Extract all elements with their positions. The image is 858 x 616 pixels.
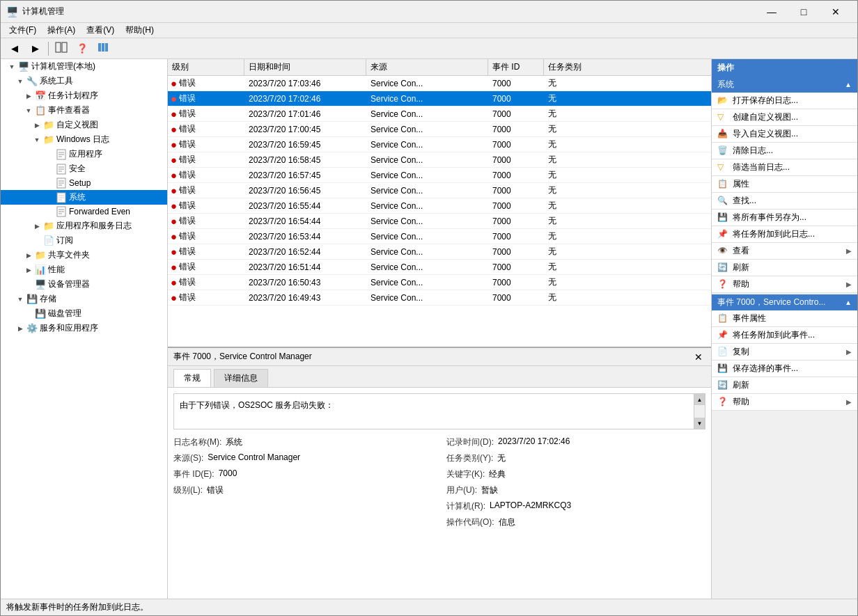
tab-general[interactable]: 常规 (173, 369, 211, 387)
col-source-header[interactable]: 来源 (366, 59, 488, 75)
msg-scroll-up[interactable]: ▲ (694, 394, 705, 405)
event-row-12[interactable]: ●错误 2023/7/20 16:51:44 Service Con... 70… (168, 260, 711, 275)
refresh-label: 刷新 (733, 262, 749, 274)
menu-file[interactable]: 文件(F) (3, 23, 42, 38)
field-eventid: 事件 ID(E): 7000 (173, 468, 432, 480)
event-row-10[interactable]: ●错误 2023/7/20 16:53:44 Service Con... 70… (168, 229, 711, 244)
tree-item-systools[interactable]: ▼ 🔧 系统工具 (1, 74, 167, 88)
expand-sharedfolder[interactable]: ▶ (24, 251, 33, 260)
event-row-1[interactable]: ● 错误 2023/7/20 17:02:46 Service Con... 7… (168, 91, 711, 106)
event-section-arrow: ▲ (845, 299, 852, 306)
show-hide-button[interactable] (52, 40, 71, 57)
action-attach-task[interactable]: 📌 将任务附加到此日志... (712, 226, 857, 243)
tree-item-appservlogs[interactable]: ▶ 📁 应用程序和服务日志 (1, 219, 167, 233)
action-import-view[interactable]: 📥 导入自定义视图... (712, 126, 857, 143)
expand-svcapp[interactable]: ▶ (16, 324, 24, 333)
menu-action[interactable]: 操作(A) (42, 23, 81, 38)
action-view[interactable]: 👁️ 查看 ▶ (712, 243, 857, 260)
svg-rect-1 (62, 42, 67, 52)
back-button[interactable]: ◀ (5, 40, 24, 57)
tab-details[interactable]: 详细信息 (214, 369, 268, 387)
expand-performance[interactable]: ▶ (24, 266, 33, 274)
detail-close-button[interactable]: ✕ (692, 352, 705, 363)
action-event-help[interactable]: ❓ 帮助 ▶ (712, 394, 857, 411)
expand-systools[interactable]: ▼ (16, 77, 24, 86)
expand-customviews[interactable]: ▶ (33, 121, 41, 129)
expand-appservlogs[interactable]: ▶ (33, 222, 41, 230)
help-toolbar-button[interactable]: ❓ (72, 40, 92, 57)
customviews-label: 自定义视图 (56, 119, 98, 131)
close-button[interactable]: ✕ (820, 1, 852, 23)
event-row-3[interactable]: ●错误 2023/7/20 17:00:45 Service Con... 70… (168, 122, 711, 137)
tree-item-storage[interactable]: ▼ 💾 存储 (1, 292, 167, 306)
tree-item-system[interactable]: 系统 (1, 190, 167, 205)
tree-item-security[interactable]: 安全 (1, 161, 167, 176)
action-find[interactable]: 🔍 查找... (712, 193, 857, 210)
event-row-5[interactable]: ●错误 2023/7/20 16:58:45 Service Con... 70… (168, 152, 711, 168)
tree-item-app[interactable]: 应用程序 (1, 147, 167, 161)
event-row-2[interactable]: ●错误 2023/7/20 17:01:46 Service Con... 70… (168, 106, 711, 122)
action-event-props[interactable]: 📋 事件属性 (712, 310, 857, 327)
expand-eventvwr[interactable]: ▼ (24, 106, 33, 115)
tree-item-performance[interactable]: ▶ 📊 性能 (1, 262, 167, 277)
tree-item-subscriptions[interactable]: 📄 订阅 (1, 233, 167, 248)
user-label: 用户(U): (446, 484, 477, 496)
view-button[interactable] (93, 40, 113, 57)
action-clear-log[interactable]: 🗑️ 清除日志... (712, 143, 857, 159)
action-open-log[interactable]: 📂 打开保存的日志... (712, 93, 857, 109)
devmgr-label: 设备管理器 (48, 278, 90, 290)
tree-item-taskschd[interactable]: ▶ 📅 任务计划程序 (1, 88, 167, 103)
minimize-button[interactable]: — (756, 1, 788, 23)
col-level-header[interactable]: 级别 (168, 59, 244, 75)
tree-item-forwarded[interactable]: Forwarded Even (1, 205, 167, 219)
tree-item-devmgr[interactable]: 🖥️ 设备管理器 (1, 277, 167, 292)
event-row-13[interactable]: ●错误 2023/7/20 16:50:43 Service Con... 70… (168, 275, 711, 290)
event-section-title: 事件 7000，Service Contro... ▲ (712, 294, 857, 310)
event-row-11[interactable]: ●错误 2023/7/20 16:52:44 Service Con... 70… (168, 244, 711, 260)
tree-item-customviews[interactable]: ▶ 📁 自定义视图 (1, 118, 167, 132)
eventvwr-icon: 📋 (35, 105, 46, 116)
action-copy[interactable]: 📄 复制 ▶ (712, 344, 857, 361)
tree-item-svcapp[interactable]: ▶ ⚙️ 服务和应用程序 (1, 321, 167, 335)
clear-log-label: 清除日志... (733, 145, 773, 157)
menu-view[interactable]: 查看(V) (81, 23, 120, 38)
event-row-0[interactable]: ● 错误 2023/7/20 17:03:46 Service Con... 7… (168, 76, 711, 91)
tree-item-eventvwr[interactable]: ▼ 📋 事件查看器 (1, 103, 167, 118)
expand-storage[interactable]: ▼ (16, 295, 24, 303)
action-help[interactable]: ❓ 帮助 ▶ (712, 276, 857, 293)
error-icon-0: ● (171, 77, 177, 89)
event-row-14[interactable]: ●错误 2023/7/20 16:49:43 Service Con... 70… (168, 290, 711, 306)
action-attach-event-task[interactable]: 📌 将任务附加到此事件... (712, 327, 857, 344)
action-filter-log[interactable]: ▽ 筛选当前日志... (712, 159, 857, 176)
maximize-button[interactable]: □ (788, 1, 820, 23)
event-list-body[interactable]: ● 错误 2023/7/20 17:03:46 Service Con... 7… (168, 76, 711, 347)
tree-item-computer[interactable]: ▼ 🖥️ 计算机管理(本地) (1, 59, 167, 74)
event-row-9[interactable]: ●错误 2023/7/20 16:54:44 Service Con... 70… (168, 214, 711, 229)
col-eventid-header[interactable]: 事件 ID (488, 59, 544, 75)
event-list-section: 级别 日期和时间 来源 事件 ID 任务类别 ● 错误 2023/ (168, 59, 711, 348)
event-row-7[interactable]: ●错误 2023/7/20 16:56:45 Service Con... 70… (168, 183, 711, 198)
action-properties[interactable]: 📋 属性 (712, 176, 857, 193)
msg-scroll-down[interactable]: ▼ (694, 418, 705, 429)
action-saveas[interactable]: 💾 将所有事件另存为... (712, 210, 857, 226)
expand-winlogs[interactable]: ▼ (33, 136, 41, 144)
action-refresh[interactable]: 🔄 刷新 (712, 260, 857, 276)
copy-arrow: ▶ (846, 348, 852, 356)
tree-item-diskmgr[interactable]: 💾 磁盘管理 (1, 306, 167, 321)
forward-button[interactable]: ▶ (26, 40, 45, 57)
action-create-view[interactable]: ▽ 创建自定义视图... (712, 109, 857, 126)
col-taskcate-header[interactable]: 任务类别 (544, 59, 700, 75)
help-icon: ❓ (717, 279, 728, 290)
expand-computer[interactable]: ▼ (8, 63, 16, 71)
action-save-selected[interactable]: 💾 保存选择的事件... (712, 361, 857, 377)
tree-item-sharedfolder[interactable]: ▶ 📁 共享文件夹 (1, 248, 167, 262)
event-row-8[interactable]: ●错误 2023/7/20 16:55:44 Service Con... 70… (168, 198, 711, 214)
action-event-refresh[interactable]: 🔄 刷新 (712, 377, 857, 394)
col-datetime-header[interactable]: 日期和时间 (244, 59, 366, 75)
menu-help[interactable]: 帮助(H) (120, 23, 159, 38)
tree-item-winlogs[interactable]: ▼ 📁 Windows 日志 (1, 132, 167, 147)
event-row-6[interactable]: ●错误 2023/7/20 16:57:45 Service Con... 70… (168, 168, 711, 183)
expand-taskschd[interactable]: ▶ (24, 92, 33, 100)
event-row-4[interactable]: ●错误 2023/7/20 16:59:45 Service Con... 70… (168, 137, 711, 152)
tree-item-setup[interactable]: Setup (1, 176, 167, 190)
